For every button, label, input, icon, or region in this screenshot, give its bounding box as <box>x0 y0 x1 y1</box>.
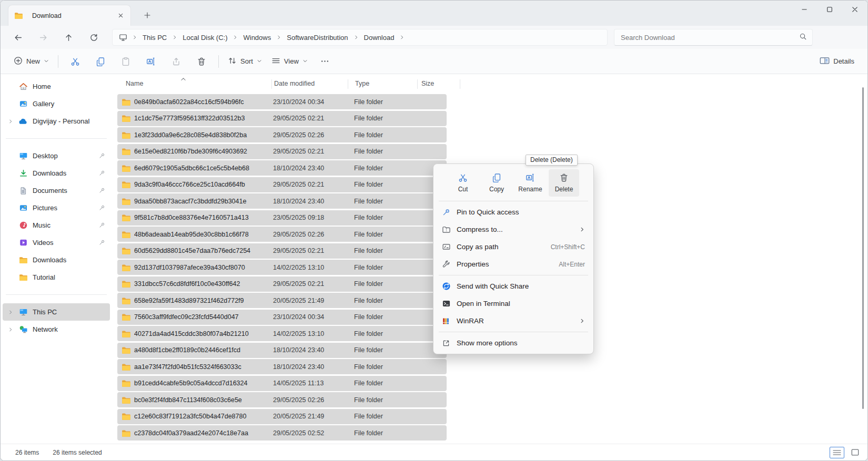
this-pc-icon <box>18 308 28 317</box>
context-copy-button[interactable]: Copy <box>481 169 512 197</box>
up-icon[interactable] <box>59 29 77 46</box>
file-row[interactable]: 6e15e0ed8210f6b7bde309f6c4903692 29/05/2… <box>117 144 447 159</box>
column-divider[interactable] <box>271 79 272 89</box>
context-rename-button[interactable]: Rename <box>515 169 546 197</box>
forward-icon[interactable] <box>34 29 52 46</box>
downloads-icon <box>18 169 28 178</box>
file-row[interactable]: aa1e73f47f2fd04b51fc5324f663033c 18/10/2… <box>117 359 447 374</box>
menu-item-open-in-terminal[interactable]: Open in Terminal <box>436 295 591 312</box>
close-button[interactable] <box>842 1 867 18</box>
tab-close-icon[interactable] <box>115 10 126 22</box>
column-header-name[interactable]: Name <box>126 80 143 87</box>
sidebar-item-onedrive[interactable]: Digvijay - Personal <box>3 112 110 130</box>
more-options-icon[interactable] <box>316 53 334 70</box>
file-name: 9da3c9f0a46ccc766ce25c10acd664fb <box>134 181 273 188</box>
file-date-modified: 29/05/2025 02:26 <box>273 131 354 139</box>
column-header-date[interactable]: Date modified <box>274 80 315 87</box>
file-row[interactable]: bc0e3f2f4fdb847c1134f608c03c6e5e 29/05/2… <box>117 392 447 407</box>
nav-buttons <box>1 29 103 46</box>
file-row[interactable]: c12e60c83f71912a3fc50b4a47de8780 20/05/2… <box>117 409 447 424</box>
view-button[interactable]: View <box>267 53 312 70</box>
file-row[interactable]: a480d8f1cbe2ff0189c0b2446cef1fcd 18/10/2… <box>117 343 447 358</box>
sidebar-item-music[interactable]: Music <box>3 217 110 234</box>
share-icon[interactable] <box>167 53 185 70</box>
sidebar-item-documents[interactable]: Documents <box>3 182 110 199</box>
file-date-modified: 18/10/2024 23:40 <box>273 165 354 172</box>
file-row[interactable]: 9daa50bb873acacf7c3bddfd29b3041e 18/10/2… <box>117 193 447 209</box>
breadcrumb-softwaredistribution[interactable]: SoftwareDistribution <box>283 32 351 44</box>
search-icon[interactable] <box>799 33 807 42</box>
breadcrumb-local-disk[interactable]: Local Disk (C:) <box>179 32 231 44</box>
menu-item-copy-as-path[interactable]: Copy as path Ctrl+Shift+C <box>436 238 591 255</box>
sort-button[interactable]: Sort <box>223 53 267 70</box>
sidebar-item-desktop[interactable]: Desktop <box>3 147 110 165</box>
breadcrumb-download[interactable]: Download <box>360 32 398 44</box>
sidebar-item-downloads-folder[interactable]: Downloads <box>3 251 110 269</box>
file-row[interactable]: 9f581c7b8d0ce88376e4e7160571a413 23/05/2… <box>117 210 447 226</box>
search-input[interactable]: Search Download <box>614 29 813 46</box>
file-row[interactable]: 1c1dc75e7773f595613ff322d03512b3 29/05/2… <box>117 111 447 126</box>
sort-label: Sort <box>240 57 253 65</box>
column-divider[interactable] <box>348 79 348 89</box>
column-divider[interactable] <box>417 79 418 89</box>
file-row[interactable]: 6ed6079c1905a5dbc66c1ce5c5b4eb68 18/10/2… <box>117 160 447 176</box>
context-delete-button[interactable]: Delete <box>549 169 579 197</box>
menu-item-compress-to[interactable]: Compress to... <box>436 221 591 238</box>
sidebar-item-this-pc[interactable]: This PC <box>3 303 110 321</box>
file-row[interactable]: 92d137df1037987afece39a430cf8070 14/02/2… <box>117 260 447 275</box>
maximize-button[interactable] <box>817 1 842 18</box>
file-row[interactable]: 48b6adeaab14eab95de30c8bb1c66f78 29/05/2… <box>117 227 447 242</box>
sidebar-item-tutorial[interactable]: Tutorial <box>3 269 110 286</box>
chevron-right-icon[interactable] <box>3 327 18 332</box>
column-header-type[interactable]: Type <box>355 80 369 87</box>
file-row[interactable]: 9da3c9f0a46ccc766ce25c10acd664fb 29/05/2… <box>117 177 447 192</box>
sidebar-item-pictures[interactable]: Pictures <box>3 199 110 217</box>
file-row[interactable]: 658e92fa59f1483d897321f462d772f9 20/05/2… <box>117 293 447 308</box>
new-button[interactable]: New <box>9 53 54 70</box>
menu-item-properties[interactable]: Properties Alt+Enter <box>436 255 591 273</box>
minimize-button[interactable] <box>792 1 817 18</box>
context-cut-button[interactable]: Cut <box>448 169 478 197</box>
menu-item-show-more-options[interactable]: Show more options <box>436 334 591 352</box>
breadcrumb-windows[interactable]: Windows <box>239 32 275 44</box>
sidebar-item-gallery[interactable]: Gallery <box>3 95 110 112</box>
column-divider[interactable] <box>460 79 460 89</box>
delete-icon[interactable] <box>193 53 210 70</box>
file-row[interactable]: 331dbcc57c6cd8fdf6f10c0e430ff642 29/05/2… <box>117 276 447 292</box>
breadcrumb[interactable]: This PC Local Disk (C:) Windows Software… <box>112 29 608 46</box>
submenu-chevron-icon <box>579 227 585 232</box>
explorer-tab[interactable]: Download <box>8 5 131 26</box>
chevron-right-icon[interactable] <box>3 310 18 315</box>
copy-icon[interactable] <box>92 53 109 70</box>
menu-item-send-with-quick-share[interactable]: Send with Quick Share <box>436 278 591 295</box>
menu-separator <box>439 201 588 201</box>
details-pane-button[interactable]: Details <box>815 53 859 70</box>
refresh-icon[interactable] <box>85 29 103 46</box>
file-row[interactable]: 60d5629dd8801c45e7daa7b76edc7254 29/05/2… <box>117 243 447 259</box>
file-row[interactable]: b91cedd4cabfe5b9c05a4dccd7d16324 14/05/2… <box>117 376 447 391</box>
rename-icon[interactable] <box>142 53 160 70</box>
sidebar-item-videos[interactable]: Videos <box>3 234 110 251</box>
file-row[interactable]: 40271da4ad415cddc3b80f07a4b21210 14/02/2… <box>117 326 447 341</box>
menu-item-pin-to-quick-access[interactable]: Pin to Quick access <box>436 203 591 221</box>
back-icon[interactable] <box>9 29 27 46</box>
paste-icon[interactable] <box>117 53 135 70</box>
chevron-right-icon[interactable] <box>3 119 18 124</box>
vertical-scrollbar[interactable] <box>862 87 864 409</box>
file-row[interactable]: 1e3f23dd0a9e6c28c085e4d838b0f2ba 29/05/2… <box>117 127 447 142</box>
this-pc-icon[interactable] <box>116 33 130 42</box>
file-row[interactable]: c2378dc04f0a379aad24e2074c18e7aa 29/05/2… <box>117 425 447 440</box>
sidebar-item-downloads[interactable]: Downloads <box>3 165 110 182</box>
column-header-size[interactable]: Size <box>421 80 434 87</box>
sidebar-item-home[interactable]: Home <box>3 78 110 95</box>
thumbnail-view-toggle[interactable] <box>847 447 862 458</box>
sidebar-item-network[interactable]: Network <box>3 321 110 338</box>
menu-item-winrar[interactable]: WinRAR <box>436 312 591 330</box>
breadcrumb-this-pc[interactable]: This PC <box>139 32 170 44</box>
cut-icon[interactable] <box>66 53 84 70</box>
details-view-toggle[interactable] <box>830 447 844 458</box>
new-tab-button[interactable] <box>140 9 154 22</box>
file-row[interactable]: 7560c3aff9fdfec09c23fcfd5440d047 23/10/2… <box>117 310 447 325</box>
file-row[interactable]: 0e849b0acfa6022a84cc16cf594b96fc 23/10/2… <box>117 94 447 109</box>
pin-icon <box>97 239 106 246</box>
